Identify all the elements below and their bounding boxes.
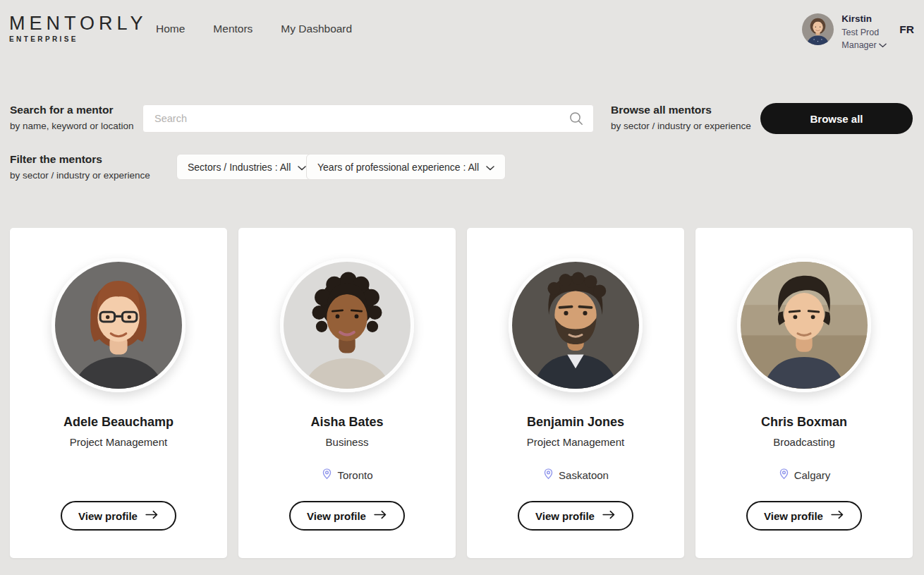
view-profile-button[interactable]: View profile	[61, 501, 176, 531]
browse-subtitle: by sector / industry or experience	[611, 121, 751, 131]
mentor-location-text: Calgary	[794, 469, 831, 481]
arrow-right-icon	[374, 510, 387, 521]
main-nav: Home Mentors My Dashboard	[156, 23, 352, 35]
mentor-avatar	[280, 258, 414, 392]
mentor-location: Calgary	[778, 467, 831, 483]
mentor-card-list: Adele Beauchamp Project Management View …	[10, 228, 913, 558]
chevron-down-icon	[298, 161, 306, 174]
mentor-card: Chris Boxman Broadcasting Calgary View p…	[695, 228, 913, 558]
arrow-right-icon	[145, 510, 159, 521]
mentor-photo	[284, 262, 411, 389]
mentor-avatar	[509, 258, 643, 392]
search-input[interactable]	[154, 113, 568, 124]
experience-dropdown[interactable]: Years of professional experience : All	[306, 154, 506, 180]
mentors-page: MENTORLY ENTERPRISE Home Mentors My Dash…	[0, 0, 924, 575]
user-avatar	[802, 13, 834, 45]
mentor-expertise: Broadcasting	[773, 436, 835, 448]
browse-all-button[interactable]: Browse all	[760, 103, 913, 134]
mentor-photo	[741, 262, 868, 389]
mentor-expertise: Business	[326, 436, 369, 448]
nav-item-home[interactable]: Home	[156, 23, 185, 35]
chevron-down-icon	[879, 40, 887, 52]
search-section-label: Search for a mentor by name, keyword or …	[10, 104, 134, 131]
location-pin-icon	[778, 468, 790, 483]
mentor-photo	[512, 262, 639, 389]
sectors-industries-dropdown[interactable]: Sectors / Industries : All	[176, 154, 317, 180]
user-menu[interactable]: Kirstin Test Prod Manager	[802, 13, 892, 52]
mentor-location-text: Toronto	[337, 469, 372, 481]
chevron-down-icon	[486, 161, 494, 174]
search-icon[interactable]	[568, 110, 585, 127]
mentor-expertise: Project Management	[70, 436, 167, 448]
app-logo-wordmark: MENTORLY	[9, 14, 147, 33]
view-profile-button[interactable]: View profile	[289, 501, 405, 531]
language-toggle[interactable]: FR	[899, 23, 914, 36]
search-title: Search for a mentor	[10, 104, 134, 116]
arrow-right-icon	[602, 510, 616, 521]
arrow-right-icon	[831, 510, 844, 521]
nav-item-mentors[interactable]: Mentors	[213, 23, 253, 35]
mentor-card: Adele Beauchamp Project Management View …	[10, 228, 227, 558]
location-pin-icon	[542, 468, 554, 483]
user-role: Test Prod Manager	[841, 27, 892, 52]
filter-title: Filter the mentors	[10, 153, 150, 166]
filter-subtitle: by sector / industry or experience	[10, 170, 150, 181]
mentor-card: Aisha Bates Business Toronto View profil…	[238, 228, 456, 558]
mentor-location: Saskatoon	[542, 467, 609, 483]
search-box	[142, 104, 594, 133]
user-info: Kirstin Test Prod Manager	[841, 13, 892, 52]
nav-item-my-dashboard[interactable]: My Dashboard	[281, 23, 352, 35]
app-logo[interactable]: MENTORLY ENTERPRISE	[9, 14, 147, 43]
mentor-location: Toronto	[321, 467, 372, 483]
mentor-name: Benjamin Jones	[527, 415, 624, 430]
search-subtitle: by name, keyword or location	[10, 121, 134, 131]
app-logo-edition: ENTERPRISE	[9, 35, 147, 43]
user-avatar-image	[802, 13, 834, 45]
view-profile-button[interactable]: View profile	[518, 501, 633, 531]
user-name: Kirstin	[841, 13, 892, 25]
location-pin-icon	[321, 468, 333, 483]
mentor-avatar	[737, 258, 871, 392]
experience-dropdown-label: Years of professional experience : All	[317, 162, 479, 173]
mentor-name: Chris Boxman	[761, 415, 847, 430]
header-user-area: Kirstin Test Prod Manager FR	[802, 13, 914, 52]
mentor-photo	[55, 262, 182, 389]
mentor-name: Adele Beauchamp	[63, 415, 174, 430]
view-profile-button[interactable]: View profile	[746, 501, 862, 531]
mentor-card: Benjamin Jones Project Management Saskat…	[467, 228, 684, 558]
browse-title: Browse all mentors	[611, 104, 751, 116]
mentor-expertise: Project Management	[527, 436, 624, 448]
browse-section-label: Browse all mentors by sector / industry …	[611, 104, 751, 131]
mentor-avatar	[51, 258, 186, 392]
filter-section-label: Filter the mentors by sector / industry …	[10, 153, 150, 181]
mentor-location-text: Saskatoon	[559, 469, 609, 481]
mentor-name: Aisha Bates	[310, 415, 383, 430]
sectors-dropdown-label: Sectors / Industries : All	[188, 162, 291, 173]
